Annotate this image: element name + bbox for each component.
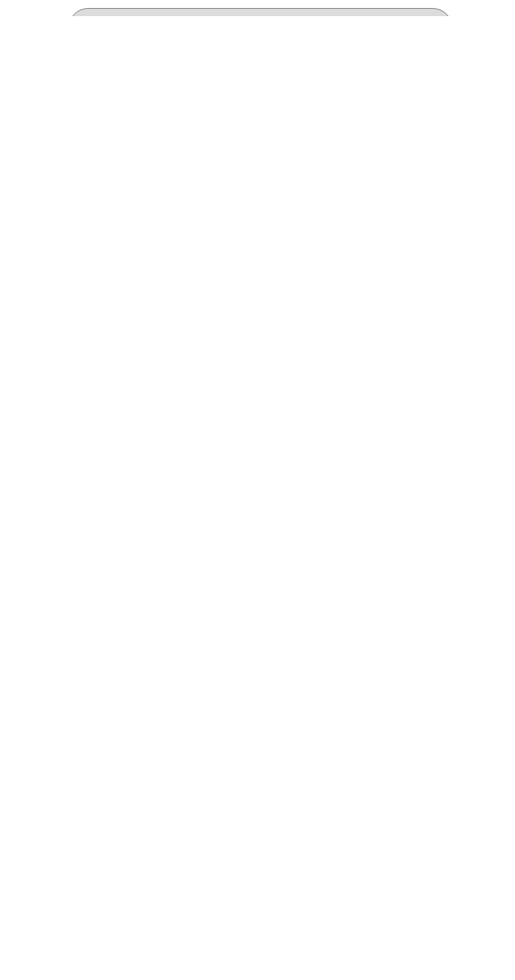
main-query-box: SELECT first_name,last_name FROM employe… [69, 8, 452, 16]
